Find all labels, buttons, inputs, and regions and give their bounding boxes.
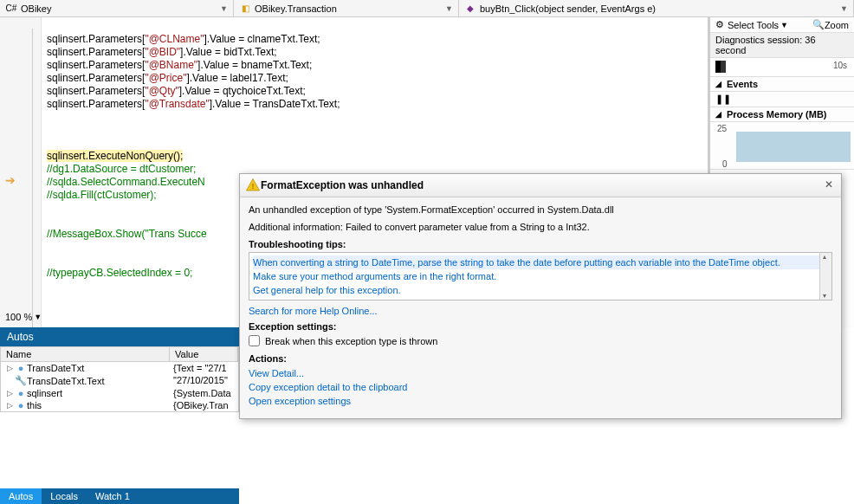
exception-popup: ! FormatException was unhandled ✕ An unh… bbox=[239, 173, 842, 419]
method-scope-label: buyBtn_Click(object sender, EventArgs e) bbox=[480, 3, 656, 14]
col-value[interactable]: Value bbox=[170, 347, 238, 361]
memory-chart[interactable]: 25 0 bbox=[710, 122, 854, 170]
editor-zoom[interactable]: 100 % ▼ bbox=[5, 312, 42, 322]
zoom-icon: 🔍 bbox=[812, 19, 825, 30]
break-checkbox-input[interactable] bbox=[249, 335, 260, 346]
autos-title: Autos bbox=[0, 327, 239, 346]
method-icon: ◆ bbox=[464, 3, 476, 15]
variable-icon: ● bbox=[15, 363, 27, 373]
pause-icon: ❚❚ bbox=[715, 94, 731, 105]
class-icon: ◧ bbox=[239, 3, 251, 15]
open-settings-link[interactable]: Open exception settings bbox=[249, 394, 832, 408]
popup-titlebar[interactable]: ! FormatException was unhandled ✕ bbox=[240, 174, 841, 197]
tab-locals[interactable]: Locals bbox=[42, 488, 87, 504]
editor-gutter: ➔ bbox=[0, 17, 42, 327]
chevron-down-icon: ▼ bbox=[840, 4, 848, 13]
exception-message: An unhandled exception of type 'System.F… bbox=[249, 204, 832, 215]
zoom-label: Zoom bbox=[825, 20, 849, 30]
popup-body: An unhandled exception of type 'System.F… bbox=[240, 197, 841, 418]
view-detail-link[interactable]: View Detail... bbox=[249, 366, 832, 380]
popup-title: FormatException was unhandled bbox=[261, 179, 822, 191]
events-track: ❚❚ bbox=[710, 92, 854, 107]
diagnostics-timeline[interactable]: 10s bbox=[710, 58, 854, 77]
zoom-value: 100 % bbox=[5, 312, 32, 322]
svg-text:!: ! bbox=[252, 182, 255, 191]
collapse-icon: ◢ bbox=[715, 80, 721, 88]
timeline-tick-10s: 10s bbox=[833, 61, 847, 70]
chart-y-max: 25 bbox=[717, 124, 727, 133]
debug-window-tabs: Autos Locals Watch 1 bbox=[0, 488, 239, 504]
autos-grid[interactable]: Name Value ▷●TransDateTxt {Text = "27/1 … bbox=[0, 346, 239, 412]
autos-window: Autos Name Value ▷●TransDateTxt {Text = … bbox=[0, 327, 239, 412]
file-scope-label: OBikey bbox=[21, 3, 51, 14]
current-line-arrow-icon: ➔ bbox=[5, 173, 16, 187]
copy-detail-link[interactable]: Copy exception detail to the clipboard bbox=[249, 380, 832, 394]
collapse-icon: ◢ bbox=[715, 110, 721, 119]
tip-link[interactable]: Get general help for this exception. bbox=[253, 283, 828, 297]
expand-icon[interactable]: ▷ bbox=[4, 389, 15, 397]
tip-link[interactable]: Make sure your method arguments are in t… bbox=[253, 269, 828, 283]
tips-scrollbar[interactable] bbox=[819, 253, 831, 300]
tab-watch1[interactable]: Watch 1 bbox=[87, 488, 139, 504]
exception-settings-header: Exception settings: bbox=[249, 321, 832, 332]
autos-row[interactable]: ▷●this {OBikey.Tran bbox=[1, 399, 238, 411]
gear-icon: ⚙ bbox=[715, 19, 724, 30]
autos-row[interactable]: ▷●sqlinsert {System.Data bbox=[1, 387, 238, 399]
tips-header: Troubleshooting tips: bbox=[249, 239, 832, 249]
actions-header: Actions: bbox=[249, 353, 832, 364]
tab-autos[interactable]: Autos bbox=[0, 488, 42, 504]
autos-row[interactable]: 🔧TransDateTxt.Text "27/10/2015" bbox=[1, 374, 238, 387]
expand-icon[interactable]: ▷ bbox=[4, 364, 15, 372]
chevron-down-icon: ▼ bbox=[445, 4, 453, 13]
file-scope-dropdown[interactable]: C# OBikey ▼ bbox=[0, 0, 234, 16]
variable-icon: ● bbox=[15, 400, 27, 410]
close-button[interactable]: ✕ bbox=[822, 178, 836, 192]
class-scope-label: OBikey.Transaction bbox=[255, 3, 337, 14]
select-tools-label: Select Tools bbox=[728, 20, 779, 30]
events-section-header[interactable]: ◢Events bbox=[710, 77, 854, 92]
outline-region bbox=[31, 20, 40, 327]
property-icon: 🔧 bbox=[15, 375, 27, 386]
col-name[interactable]: Name bbox=[1, 347, 170, 361]
break-on-exception-checkbox[interactable]: Break when this exception type is thrown bbox=[249, 335, 832, 346]
chevron-down-icon: ▼ bbox=[220, 4, 228, 13]
diagnostics-session-label: Diagnostics session: 36 second bbox=[710, 33, 854, 58]
warning-icon: ! bbox=[245, 178, 261, 193]
variable-icon: ● bbox=[15, 388, 27, 398]
chevron-down-icon: ▼ bbox=[34, 313, 42, 321]
navigation-bar: C# OBikey ▼ ◧ OBikey.Transaction ▼ ◆ buy… bbox=[0, 0, 854, 17]
break-checkbox-label: Break when this exception type is thrown bbox=[265, 336, 437, 346]
expand-icon[interactable]: ▷ bbox=[4, 401, 15, 410]
exception-additional-info: Additional information: Failed to conver… bbox=[249, 222, 832, 232]
select-tools-dropdown[interactable]: ⚙ Select Tools ▼ 🔍 Zoom bbox=[710, 17, 854, 33]
method-scope-dropdown[interactable]: ◆ buyBtn_Click(object sender, EventArgs … bbox=[459, 0, 854, 16]
class-scope-dropdown[interactable]: ◧ OBikey.Transaction ▼ bbox=[234, 0, 459, 16]
actions-list: View Detail... Copy exception detail to … bbox=[249, 366, 832, 408]
cs-file-icon: C# bbox=[5, 3, 17, 15]
autos-row[interactable]: ▷●TransDateTxt {Text = "27/1 bbox=[1, 362, 238, 374]
current-statement: sqlinsert.ExecuteNonQuery(); bbox=[47, 150, 183, 162]
memory-area bbox=[736, 132, 851, 162]
autos-columns: Name Value bbox=[1, 347, 238, 362]
memory-section-header[interactable]: ◢Process Memory (MB) bbox=[710, 107, 854, 122]
tips-list: When converting a string to DateTime, pa… bbox=[249, 252, 832, 300]
tip-link[interactable]: When converting a string to DateTime, pa… bbox=[253, 255, 828, 269]
chart-y-min: 0 bbox=[722, 159, 728, 169]
chevron-down-icon: ▼ bbox=[780, 21, 788, 29]
search-help-link[interactable]: Search for more Help Online... bbox=[249, 306, 378, 316]
